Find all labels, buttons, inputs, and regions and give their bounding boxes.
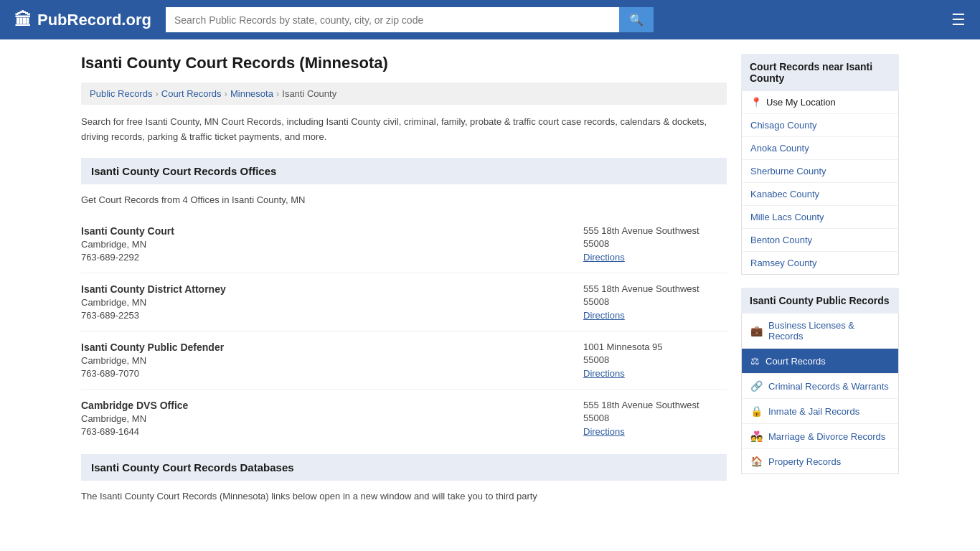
- breadcrumb-current: Isanti County: [282, 88, 336, 99]
- page-description: Search for free Isanti County, MN Court …: [81, 115, 727, 145]
- site-logo[interactable]: 🏛 PubRecord.org: [14, 10, 151, 30]
- sidebar-record-3[interactable]: 🔒Inmate & Jail Records: [742, 399, 898, 424]
- breadcrumb-sep-3: ›: [276, 88, 279, 99]
- office-name-1: Isanti County District Attorney: [81, 283, 226, 295]
- logo-icon: 🏛: [14, 10, 32, 30]
- sidebar-county-1[interactable]: Anoka County: [742, 137, 898, 160]
- main-container: Isanti County Court Records (Minnesota) …: [67, 39, 913, 526]
- office-city-0: Cambridge, MN: [81, 239, 174, 250]
- office-phone-2: 763-689-7070: [81, 368, 224, 379]
- breadcrumb-public-records[interactable]: Public Records: [90, 88, 152, 99]
- record-icon-4: 💑: [750, 430, 763, 442]
- office-entry: Cambridge DVS Office Cambridge, MN 763-6…: [81, 390, 727, 447]
- breadcrumb-court-records[interactable]: Court Records: [161, 88, 222, 99]
- record-icon-3: 🔒: [750, 405, 763, 417]
- breadcrumb-minnesota[interactable]: Minnesota: [230, 88, 273, 99]
- office-left-0: Isanti County Court Cambridge, MN 763-68…: [81, 225, 174, 263]
- record-label-1: Court Records: [765, 356, 826, 367]
- office-address-2: 1001 Minnesota 95: [583, 342, 727, 352]
- databases-section-header: Isanti County Court Records Databases: [81, 454, 727, 481]
- sidebar-nearby-list: 📍 Use My Location Chisago CountyAnoka Co…: [741, 91, 899, 275]
- sidebar-record-5[interactable]: 🏠Property Records: [742, 449, 898, 474]
- offices-section-header: Isanti County Court Records Offices: [81, 158, 727, 184]
- location-icon: 📍: [750, 97, 762, 108]
- office-right-1: 555 18th Avenue Southwest 55008 Directio…: [583, 283, 727, 321]
- sidebar-county-4[interactable]: Mille Lacs County: [742, 206, 898, 229]
- record-icon-1: ⚖: [750, 355, 760, 367]
- sidebar-record-4[interactable]: 💑Marriage & Divorce Records: [742, 424, 898, 449]
- office-entry: Isanti County Court Cambridge, MN 763-68…: [81, 215, 727, 273]
- page-title: Isanti County Court Records (Minnesota): [81, 54, 727, 72]
- office-zip-3: 55008: [583, 413, 727, 423]
- office-right-2: 1001 Minnesota 95 55008 Directions: [583, 342, 727, 379]
- office-phone-1: 763-689-2253: [81, 310, 226, 321]
- office-zip-2: 55008: [583, 354, 727, 365]
- office-name-0: Isanti County Court: [81, 225, 174, 237]
- sidebar-county-0[interactable]: Chisago County: [742, 114, 898, 137]
- offices-container: Isanti County Court Cambridge, MN 763-68…: [81, 215, 727, 447]
- record-label-2: Criminal Records & Warrants: [768, 381, 889, 392]
- sidebar-record-1[interactable]: ⚖Court Records: [742, 349, 898, 374]
- sidebar-use-location[interactable]: 📍 Use My Location: [742, 91, 898, 114]
- search-button[interactable]: 🔍: [619, 7, 654, 32]
- office-zip-0: 55008: [583, 238, 727, 249]
- logo-text: PubRecord.org: [37, 11, 151, 29]
- office-left-2: Isanti County Public Defender Cambridge,…: [81, 342, 224, 379]
- office-right-0: 555 18th Avenue Southwest 55008 Directio…: [583, 225, 727, 263]
- office-right-3: 555 18th Avenue Southwest 55008 Directio…: [583, 400, 727, 437]
- office-address-1: 555 18th Avenue Southwest: [583, 283, 727, 294]
- search-bar: 🔍: [166, 7, 654, 32]
- record-icon-5: 🏠: [750, 456, 763, 467]
- breadcrumb-sep-2: ›: [225, 88, 227, 99]
- record-label-3: Inmate & Jail Records: [768, 406, 859, 417]
- content-area: Isanti County Court Records (Minnesota) …: [81, 54, 727, 512]
- sidebar-records-list: 💼Business Licenses & Records⚖Court Recor…: [741, 314, 899, 474]
- office-left-1: Isanti County District Attorney Cambridg…: [81, 283, 226, 321]
- sidebar: Court Records near Isanti County 📍 Use M…: [741, 54, 899, 512]
- office-phone-0: 763-689-2292: [81, 252, 174, 263]
- use-location-label: Use My Location: [766, 97, 836, 108]
- sidebar-county-6[interactable]: Ramsey County: [742, 252, 898, 274]
- record-label-5: Property Records: [768, 456, 841, 467]
- directions-link-2[interactable]: Directions: [583, 368, 625, 379]
- sidebar-nearby-title: Court Records near Isanti County: [741, 54, 899, 91]
- record-icon-2: 🔗: [750, 380, 763, 392]
- office-left-3: Cambridge DVS Office Cambridge, MN 763-6…: [81, 400, 188, 437]
- office-phone-3: 763-689-1644: [81, 426, 188, 437]
- sidebar-record-2[interactable]: 🔗Criminal Records & Warrants: [742, 374, 898, 399]
- office-entry: Isanti County Public Defender Cambridge,…: [81, 331, 727, 390]
- office-entry: Isanti County District Attorney Cambridg…: [81, 273, 727, 331]
- databases-section: Isanti County Court Records Databases Th…: [81, 454, 727, 501]
- office-name-3: Cambridge DVS Office: [81, 400, 188, 411]
- office-zip-1: 55008: [583, 296, 727, 307]
- office-city-1: Cambridge, MN: [81, 297, 226, 308]
- sidebar-county-3[interactable]: Kanabec County: [742, 183, 898, 206]
- sidebar-county-2[interactable]: Sherburne County: [742, 160, 898, 183]
- office-address-0: 555 18th Avenue Southwest: [583, 225, 727, 236]
- office-city-3: Cambridge, MN: [81, 413, 188, 424]
- offices-sub-description: Get Court Records from 4 Offices in Isan…: [81, 194, 727, 205]
- record-label-4: Marriage & Divorce Records: [768, 431, 885, 442]
- office-name-2: Isanti County Public Defender: [81, 342, 224, 353]
- breadcrumb: Public Records › Court Records › Minneso…: [81, 83, 727, 105]
- directions-link-3[interactable]: Directions: [583, 426, 625, 437]
- search-input[interactable]: [166, 7, 619, 32]
- sidebar-public-records-title: Isanti County Public Records: [741, 288, 899, 314]
- office-address-3: 555 18th Avenue Southwest: [583, 400, 727, 410]
- record-label-0: Business Licenses & Records: [768, 320, 890, 342]
- record-icon-0: 💼: [750, 325, 763, 336]
- directions-link-1[interactable]: Directions: [583, 310, 625, 321]
- sidebar-record-0[interactable]: 💼Business Licenses & Records: [742, 314, 898, 349]
- directions-link-0[interactable]: Directions: [583, 252, 625, 263]
- office-city-2: Cambridge, MN: [81, 355, 224, 366]
- databases-description: The Isanti County Court Records (Minneso…: [81, 491, 727, 501]
- site-header: 🏛 PubRecord.org 🔍 ☰: [0, 0, 980, 39]
- menu-icon[interactable]: ☰: [951, 11, 966, 29]
- sidebar-county-5[interactable]: Benton County: [742, 229, 898, 252]
- breadcrumb-sep-1: ›: [155, 88, 158, 99]
